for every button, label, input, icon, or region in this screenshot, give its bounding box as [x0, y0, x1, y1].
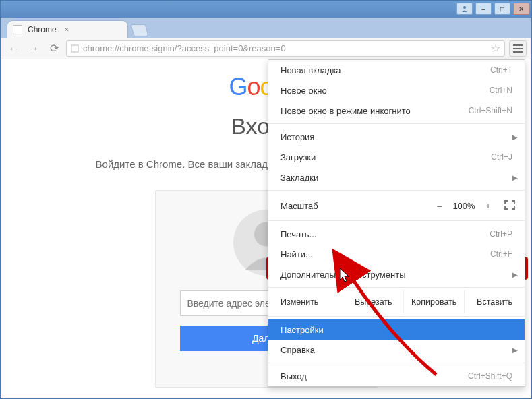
minimize-button[interactable]: – — [475, 3, 492, 15]
zoom-out-button[interactable]: – — [432, 201, 448, 211]
url-input[interactable] — [83, 43, 487, 53]
svg-rect-1 — [71, 45, 78, 52]
user-icon[interactable] — [456, 3, 473, 15]
fullscreen-icon[interactable] — [504, 200, 515, 212]
menu-separator — [268, 123, 525, 124]
tab-close-icon[interactable]: × — [62, 25, 71, 34]
copy-button[interactable]: Копировать — [404, 290, 465, 313]
zoom-label: Масштаб — [278, 201, 432, 211]
chrome-menu: Новая вкладкаCtrl+T Новое окноCtrl+N Нов… — [268, 59, 525, 387]
menu-new-tab[interactable]: Новая вкладкаCtrl+T — [268, 60, 525, 80]
menu-label: Справка — [280, 345, 315, 355]
menu-zoom-row: Масштаб – 100% + — [268, 193, 525, 218]
menu-separator — [268, 363, 525, 363]
menu-separator — [268, 316, 525, 317]
menu-shortcut: Ctrl+N — [490, 86, 512, 95]
browser-tab[interactable]: Chrome × — [7, 20, 128, 38]
close-button[interactable]: ✕ — [513, 3, 529, 15]
menu-history[interactable]: История▶ — [268, 127, 525, 147]
menu-label: Новое окно в режиме инкогнито — [280, 106, 411, 116]
browser-toolbar: ← → ⟳ ☆ — [0, 38, 532, 59]
menu-settings[interactable]: Настройки — [268, 319, 525, 340]
edit-label: Изменить — [268, 290, 343, 313]
back-button[interactable]: ← — [5, 40, 22, 57]
hamburger-icon — [513, 44, 523, 53]
menu-find[interactable]: Найти...Ctrl+F — [268, 244, 525, 264]
window-titlebar: – □ ✕ — [0, 0, 532, 18]
maximize-button[interactable]: □ — [494, 3, 510, 15]
menu-edit-row: Изменить Вырезать Копировать Вставить — [268, 290, 525, 313]
page-icon — [13, 25, 22, 34]
svg-point-0 — [463, 6, 466, 9]
page-icon — [71, 44, 79, 53]
menu-print[interactable]: Печать...Ctrl+P — [268, 224, 525, 244]
menu-more-tools[interactable]: Дополнительные инструменты▶ — [268, 264, 525, 284]
menu-separator — [268, 190, 525, 191]
menu-label: Загрузки — [280, 152, 316, 162]
address-bar[interactable]: ☆ — [66, 40, 505, 57]
menu-bookmarks[interactable]: Закладки▶ — [268, 167, 525, 187]
menu-label: Закладки — [280, 173, 318, 183]
zoom-in-button[interactable]: + — [480, 201, 496, 211]
chevron-right-icon: ▶ — [512, 346, 518, 354]
menu-label: Выход — [280, 371, 307, 381]
cut-button[interactable]: Вырезать — [343, 290, 404, 313]
zoom-percent: 100% — [448, 201, 480, 211]
forward-button[interactable]: → — [26, 40, 42, 57]
menu-shortcut: Ctrl+Shift+Q — [468, 371, 512, 381]
menu-incognito[interactable]: Новое окно в режиме инкогнитоCtrl+Shift+… — [268, 100, 525, 121]
menu-shortcut: Ctrl+J — [491, 152, 512, 162]
menu-label: Новая вкладка — [280, 65, 341, 75]
new-tab-button[interactable] — [131, 24, 149, 36]
menu-shortcut: Ctrl+P — [490, 229, 512, 239]
tab-title: Chrome — [28, 25, 57, 34]
menu-label: Найти... — [280, 249, 313, 259]
chevron-right-icon: ▶ — [512, 174, 518, 181]
menu-label: Печать... — [280, 229, 316, 239]
paste-button[interactable]: Вставить — [465, 290, 525, 313]
chevron-right-icon: ▶ — [512, 133, 518, 141]
tab-strip: Chrome × — [0, 18, 532, 38]
menu-separator — [268, 220, 525, 221]
menu-label: Настройки — [280, 325, 324, 335]
menu-new-window[interactable]: Новое окноCtrl+N — [268, 80, 525, 100]
menu-shortcut: Ctrl+F — [490, 249, 512, 259]
menu-label: История — [280, 132, 314, 142]
menu-shortcut: Ctrl+Shift+N — [469, 106, 512, 115]
menu-label: Новое окно — [280, 86, 327, 96]
menu-exit[interactable]: ВыходCtrl+Shift+Q — [268, 366, 525, 386]
bookmark-star-icon[interactable]: ☆ — [491, 42, 500, 55]
menu-shortcut: Ctrl+T — [490, 65, 512, 75]
menu-separator — [268, 287, 525, 288]
menu-label: Дополнительные инструменты — [280, 270, 406, 280]
reload-button[interactable]: ⟳ — [46, 40, 62, 57]
menu-help[interactable]: Справка▶ — [268, 340, 525, 360]
menu-downloads[interactable]: ЗагрузкиCtrl+J — [268, 147, 525, 167]
chrome-menu-button[interactable] — [509, 40, 527, 57]
chevron-right-icon: ▶ — [512, 271, 518, 278]
